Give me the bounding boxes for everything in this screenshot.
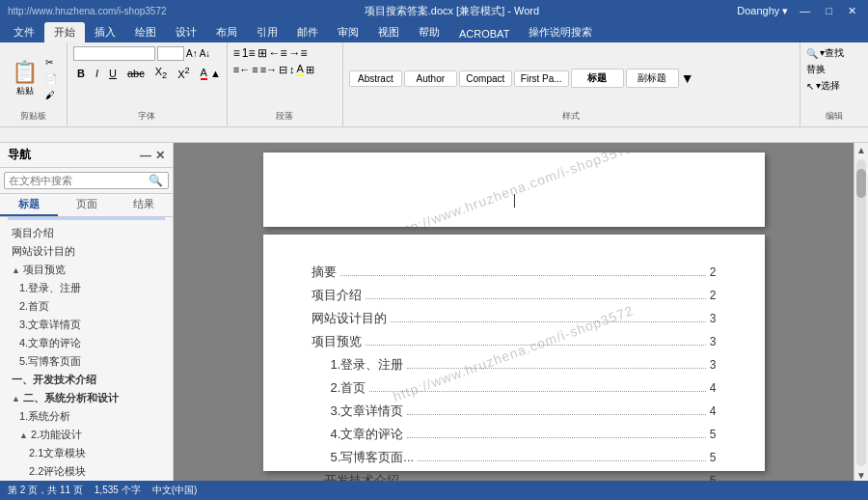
nav-item-sys-analysis-sub[interactable]: 1.系统分析 [0, 407, 173, 426]
tab-home[interactable]: 开始 [44, 22, 85, 42]
tab-layout[interactable]: 布局 [206, 22, 247, 42]
format-painter-button[interactable]: 🖌 [43, 89, 59, 101]
line-spacing-button[interactable]: ↕ [289, 64, 295, 75]
toc-entry-blog: 5.写博客页面... 5 [312, 449, 717, 466]
tab-mailings[interactable]: 邮件 [287, 22, 328, 42]
nav-item-blog-write[interactable]: 5.写博客页面 [0, 352, 173, 371]
cut-button[interactable]: ✂ [43, 56, 59, 69]
nav-close-button[interactable]: ✕ [155, 149, 165, 162]
nav-item-sys-analysis[interactable]: ▲二、系统分析和设计 [0, 389, 173, 407]
tab-help[interactable]: 帮助 [409, 22, 449, 42]
replace-button[interactable]: 替换 [806, 63, 862, 76]
close-button[interactable]: ✕ [844, 5, 860, 17]
ribbon-tab-bar: 文件 开始 插入 绘图 设计 布局 引用 邮件 审阅 视图 帮助 ACROBAT… [0, 21, 868, 42]
nav-tab-results[interactable]: 结果 [115, 194, 173, 216]
scroll-thumb[interactable] [856, 169, 866, 198]
align-left-button[interactable]: ≡← [233, 64, 250, 75]
font-color-button[interactable]: A [201, 67, 207, 80]
nav-tree: 项目介绍 网站设计目的 ▲项目预览 1.登录、注册 2.首页 3.文章详情页 4… [0, 220, 173, 481]
nav-search-input[interactable] [4, 172, 169, 189]
nav-item-dev-tech[interactable]: 一、开发技术介绍 [0, 371, 173, 389]
border-button[interactable]: ⊞ [306, 64, 314, 76]
nav-item-website-purpose[interactable]: 网站设计目的 [0, 242, 173, 261]
toc-entry-home: 2.首页 4 [312, 379, 717, 397]
toc-entry-dev-tech: 、开发技术介绍 5 [312, 472, 717, 481]
ruler-inner [174, 127, 868, 142]
scroll-down-button[interactable]: ▼ [856, 470, 866, 481]
multilevel-list-button[interactable]: ⊞ [258, 46, 267, 60]
style-heading[interactable]: 标题 [571, 69, 624, 88]
nav-item-func-design[interactable]: ▲2.功能设计 [0, 426, 173, 444]
paragraph-label: 段落 [233, 110, 337, 123]
status-bar: 第 2 页，共 11 页 1,535 个字 中文(中国) [0, 481, 868, 500]
select-icon: ↖ [806, 81, 814, 92]
bullets-button[interactable]: ≡ [233, 46, 240, 60]
toc-container: 摘要 2 项目介绍 2 网站设计目的 3 项目预览 3 [312, 264, 717, 481]
nav-tab-headings[interactable]: 标题 [0, 194, 58, 216]
style-compact[interactable]: Compact [459, 70, 512, 87]
italic-button[interactable]: I [92, 66, 102, 81]
user-info[interactable]: Doanghy ▾ [737, 5, 788, 17]
scroll-track[interactable] [856, 159, 866, 466]
doc-page-2[interactable]: http://www.hruzhena.com/i-shop3572 摘要 2 … [263, 235, 765, 471]
toc-entry-article-comment: 4.文章的评论 5 [312, 426, 717, 443]
nav-item-project-preview[interactable]: ▲项目预览 [0, 261, 173, 279]
copy-button[interactable]: 📄 [43, 72, 59, 85]
superscript-button[interactable]: X2 [174, 64, 193, 82]
tab-insert[interactable]: 插入 [85, 22, 125, 42]
maximize-button[interactable]: □ [822, 5, 836, 17]
tab-draw[interactable]: 绘图 [125, 22, 166, 42]
nav-item-article-comment[interactable]: 4.文章的评论 [0, 334, 173, 352]
style-subtitle[interactable]: 副标题 [626, 69, 679, 88]
tab-file[interactable]: 文件 [4, 22, 44, 42]
strikethrough-button[interactable]: abc [123, 66, 149, 81]
tab-view[interactable]: 视图 [368, 22, 409, 42]
toc-entry-preview: 项目预览 3 [312, 333, 717, 350]
style-author[interactable]: Author [404, 70, 457, 87]
nav-item-login[interactable]: 1.登录、注册 [0, 279, 173, 297]
tab-search-commands[interactable]: 操作说明搜索 [519, 22, 602, 42]
nav-item-article-detail[interactable]: 3.文章详情页 [0, 316, 173, 334]
decrease-indent-button[interactable]: ←≡ [269, 46, 287, 60]
bold-button[interactable]: B [73, 66, 89, 81]
style-first-para[interactable]: First Pa... [514, 70, 569, 87]
font-name-input[interactable] [73, 46, 155, 61]
paste-button[interactable]: 📋 粘贴 [8, 58, 41, 99]
nav-tabs: 标题 页面 结果 [0, 194, 173, 217]
status-pages: 第 2 页，共 11 页 [8, 484, 83, 497]
justify-button[interactable]: ⊟ [279, 64, 287, 76]
nav-tab-pages[interactable]: 页面 [58, 194, 116, 216]
nav-header: 导航 — ✕ [0, 143, 173, 168]
svg-rect-0 [174, 127, 868, 142]
main-area: 导航 — ✕ 🔍 标题 页面 结果 项目介绍 网站设计目的 ▲项目预览 1.登录… [0, 143, 868, 481]
numbering-button[interactable]: 1≡ [242, 46, 256, 60]
shading-button[interactable]: A [297, 63, 304, 76]
style-abstract[interactable]: Abstract [349, 70, 402, 87]
find-button[interactable]: 🔍▾查找 [806, 46, 862, 60]
text-cursor [514, 194, 515, 208]
toc-entry-website-purpose: 网站设计目的 3 [312, 310, 717, 327]
select-button[interactable]: ↖▾选择 [806, 79, 862, 93]
minimize-button[interactable]: — [796, 5, 814, 17]
increase-indent-button[interactable]: →≡ [289, 46, 308, 60]
highlight-color-button[interactable]: ▲ [210, 68, 221, 79]
scroll-up-button[interactable]: ▲ [856, 145, 866, 155]
tab-design[interactable]: 设计 [166, 22, 206, 42]
styles-more-button[interactable]: ▼ [681, 70, 694, 86]
tab-acrobat[interactable]: ACROBAT [449, 25, 519, 42]
nav-collapse-button[interactable]: — [140, 149, 151, 162]
subscript-button[interactable]: X2 [151, 64, 171, 82]
font-size-input[interactable] [157, 46, 184, 61]
nav-item-article-module[interactable]: 2.1文章模块 [0, 444, 173, 462]
decrease-font-button[interactable]: A↓ [200, 48, 211, 59]
align-center-button[interactable]: ≡ [252, 64, 258, 75]
tab-review[interactable]: 审阅 [328, 22, 368, 42]
tab-references[interactable]: 引用 [247, 22, 287, 42]
nav-item-comment-module[interactable]: 2.2评论模块 [0, 462, 173, 481]
nav-item-project-intro[interactable]: 项目介绍 [0, 224, 173, 242]
nav-item-home[interactable]: 2.首页 [0, 297, 173, 316]
increase-font-button[interactable]: A↑ [186, 48, 198, 59]
nav-search-icon[interactable]: 🔍 [149, 174, 163, 187]
underline-button[interactable]: U [105, 66, 121, 81]
align-right-button[interactable]: ≡→ [260, 64, 277, 75]
